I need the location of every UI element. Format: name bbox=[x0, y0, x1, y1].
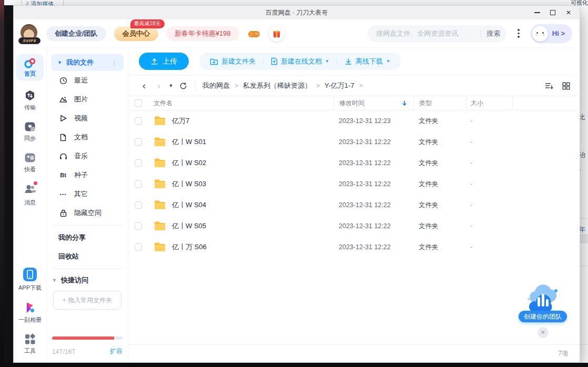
folder-icon bbox=[154, 158, 166, 168]
file-name[interactable]: 亿丨W S01 bbox=[172, 137, 206, 147]
sidebar-item-other[interactable]: ⋯ 其它 bbox=[51, 185, 124, 203]
svip-badge: SVIP8 bbox=[18, 37, 40, 44]
rail-item-messages[interactable]: 消息 bbox=[24, 182, 36, 207]
folder-icon bbox=[154, 200, 166, 210]
file-table-header: 文件名 修改时间 类型 大小 bbox=[128, 96, 580, 110]
table-row[interactable]: 亿丨W S01 2023-12-31 12:22 文件夹 - bbox=[128, 131, 580, 152]
rail-item-transfer[interactable]: 传输 bbox=[24, 89, 36, 111]
gift-button[interactable] bbox=[269, 26, 285, 42]
file-modified-time: 2023-12-31 12:22 bbox=[333, 222, 413, 230]
titlebar[interactable]: 百度网盘 · 刀刀大表哥 ✕ bbox=[14, 6, 580, 19]
my-files-menu-icon[interactable]: ⋮ bbox=[111, 59, 118, 67]
file-name[interactable]: 亿丨W S03 bbox=[172, 179, 206, 189]
bt-icon: Bt bbox=[58, 172, 68, 178]
breadcrumb-item-current[interactable]: Y-亿万1-7 bbox=[325, 81, 354, 90]
column-header-size[interactable]: 大小 bbox=[466, 96, 512, 110]
sidebar-item-torrents[interactable]: Bt 种子 bbox=[51, 166, 124, 185]
close-button[interactable]: ✕ bbox=[561, 6, 576, 19]
table-row[interactable]: 亿丨W S02 2023-12-31 12:22 文件夹 - bbox=[128, 152, 580, 174]
user-avatar[interactable]: SVIP8 bbox=[21, 23, 38, 44]
promo-close-button[interactable]: ✕ bbox=[538, 327, 549, 338]
row-checkbox[interactable] bbox=[135, 180, 142, 188]
game-controller-icon[interactable] bbox=[247, 27, 261, 40]
table-row[interactable]: 亿丨W S04 2023-12-31 12:22 文件夹 - bbox=[128, 195, 580, 216]
column-header-time[interactable]: 修改时间 bbox=[333, 96, 413, 110]
rail-item-photo-album[interactable]: 一刻相册 bbox=[18, 301, 42, 324]
table-row[interactable]: 亿万7 2023-12-31 12:23 文件夹 - bbox=[128, 110, 580, 131]
row-checkbox[interactable] bbox=[135, 159, 142, 167]
create-team-button[interactable]: 创建企业/团队 bbox=[46, 26, 106, 41]
forward-button[interactable]: › bbox=[153, 79, 165, 92]
file-name[interactable]: 亿丨W S04 bbox=[172, 200, 206, 210]
offline-download-button[interactable]: 离线下载 ▼ bbox=[337, 57, 398, 66]
upload-button[interactable]: 上传 bbox=[139, 53, 189, 70]
column-header-name[interactable]: 文件名 bbox=[142, 96, 333, 110]
refresh-button[interactable] bbox=[177, 79, 189, 92]
back-button[interactable]: ‹ bbox=[138, 79, 150, 92]
file-name[interactable]: 亿丨W S05 bbox=[172, 221, 206, 231]
table-row[interactable]: 亿丨万 S06 2023-12-31 12:22 文件夹 - bbox=[128, 237, 580, 258]
file-size: - bbox=[466, 243, 512, 251]
navigation-row: ‹ › ▼ 我的网盘 > 私发系列（稀缺资源） > Y-亿万1-7 > bbox=[128, 76, 580, 96]
row-checkbox[interactable] bbox=[135, 138, 142, 146]
search-button[interactable]: 搜索 bbox=[486, 29, 500, 38]
row-checkbox[interactable] bbox=[135, 201, 142, 209]
sidebar-item-recent[interactable]: 最近 bbox=[51, 71, 124, 90]
grid-view-button[interactable] bbox=[562, 82, 570, 90]
favorite-folder-dropzone[interactable]: + 拖入常用文件夹 bbox=[53, 291, 121, 310]
background-bottom-edge bbox=[4, 363, 588, 367]
vip-center-button[interactable]: 会员中心 bbox=[114, 26, 158, 41]
rail-item-sync[interactable]: 同步 bbox=[24, 120, 36, 142]
file-type: 文件夹 bbox=[413, 243, 466, 252]
new-year-promo-button[interactable]: 新春年卡特惠¥198 bbox=[166, 26, 239, 41]
more-menu-button[interactable] bbox=[514, 27, 523, 40]
gift-icon bbox=[272, 29, 281, 38]
new-folder-icon bbox=[210, 58, 218, 65]
table-row[interactable]: 亿丨W S03 2023-12-31 12:22 文件夹 - bbox=[128, 174, 580, 195]
sidebar-item-hidden-space[interactable]: 隐藏空间 bbox=[51, 203, 124, 222]
team-promo-float: 创建你的团队 ✕ bbox=[518, 283, 568, 338]
row-checkbox[interactable] bbox=[135, 117, 142, 125]
new-online-doc-button[interactable]: 新建在线文档 ▼ bbox=[263, 57, 337, 66]
breadcrumb-item[interactable]: 私发系列（稀缺资源） bbox=[243, 81, 311, 90]
breadcrumb-item[interactable]: 我的网盘 bbox=[202, 81, 230, 90]
sidebar-item-my-files[interactable]: ▼ 我的文件 ⋮ bbox=[51, 54, 124, 71]
sidebar-item-recycle-bin[interactable]: 回收站 bbox=[51, 247, 124, 266]
sidebar-item-my-share[interactable]: 我的分享 bbox=[51, 228, 124, 247]
history-dropdown-button[interactable]: ▼ bbox=[167, 79, 175, 92]
file-name[interactable]: 亿丨万 S06 bbox=[172, 242, 207, 252]
row-checkbox[interactable] bbox=[135, 222, 142, 230]
new-folder-button[interactable]: 新建文件夹 bbox=[202, 57, 263, 66]
file-name[interactable]: 亿万7 bbox=[172, 116, 189, 126]
header: SVIP8 创建企业/团队 会员中心 最高减18元 新春年卡特惠¥198 搜网盘… bbox=[14, 19, 580, 48]
rail-item-home[interactable]: 首页 bbox=[16, 54, 44, 80]
assistant-mascot-icon bbox=[532, 26, 548, 42]
file-size: - bbox=[466, 117, 512, 125]
sidebar-item-pictures[interactable]: 图片 bbox=[51, 90, 124, 109]
row-checkbox[interactable] bbox=[135, 243, 142, 251]
kuaikan-icon bbox=[24, 151, 36, 164]
folder-icon bbox=[154, 242, 166, 252]
rail-item-tools[interactable]: 工具 bbox=[24, 333, 36, 355]
sidebar-item-music[interactable]: 音乐 bbox=[51, 147, 124, 166]
sidebar-item-documents[interactable]: 文档 bbox=[51, 128, 124, 147]
storage-expand-link[interactable]: 扩容 bbox=[110, 347, 123, 356]
create-team-float-button[interactable]: 创建你的团队 bbox=[519, 311, 567, 322]
maximize-button[interactable] bbox=[545, 6, 561, 19]
table-row[interactable]: 亿丨W S05 2023-12-31 12:22 文件夹 - bbox=[128, 216, 580, 237]
column-header-type[interactable]: 类型 bbox=[413, 96, 466, 110]
assistant-button[interactable]: Hi > bbox=[531, 24, 572, 43]
rail-item-app-download[interactable]: APP下载 bbox=[18, 267, 42, 292]
sidebar-item-quick-access[interactable]: ▼ 快捷访问 bbox=[51, 272, 124, 289]
item-count: 7项 bbox=[558, 349, 568, 358]
file-name[interactable]: 亿丨W S02 bbox=[172, 158, 206, 168]
sidebar-item-videos[interactable]: 视频 bbox=[51, 109, 124, 128]
select-all-checkbox[interactable] bbox=[135, 99, 142, 107]
sort-order-button[interactable] bbox=[545, 82, 554, 90]
storage-bar bbox=[52, 337, 114, 340]
minimize-button[interactable] bbox=[529, 6, 545, 19]
search-input[interactable]: 搜网盘文件、全网资源资讯 搜索 bbox=[368, 25, 506, 42]
rail-item-kuaikan[interactable]: 快看 bbox=[24, 151, 36, 174]
background-right-edge: 比 治 。 年 bbox=[580, 5, 588, 363]
file-type: 文件夹 bbox=[413, 117, 466, 126]
